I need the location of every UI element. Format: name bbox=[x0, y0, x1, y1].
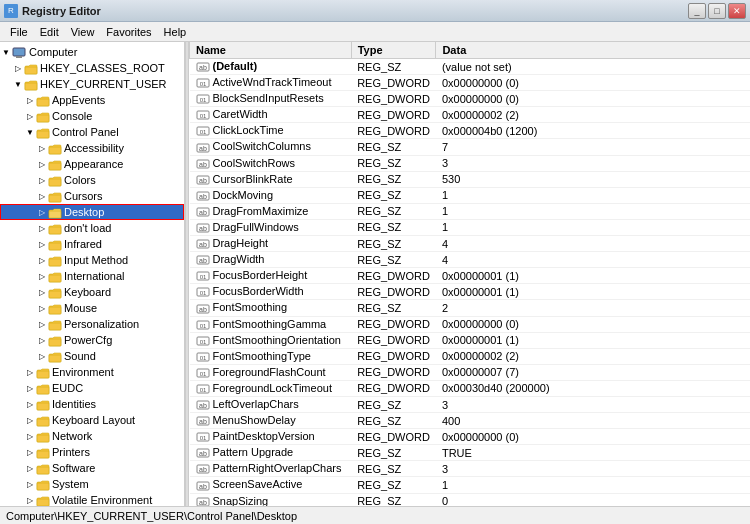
tree-label-desktop: Desktop bbox=[64, 206, 104, 218]
tree-expander-eudc[interactable]: ▷ bbox=[24, 382, 36, 394]
menu-edit[interactable]: Edit bbox=[34, 24, 65, 40]
table-row[interactable]: 01PaintDesktopVersionREG_DWORD0x00000000… bbox=[190, 429, 751, 445]
tree-expander-network[interactable]: ▷ bbox=[24, 430, 36, 442]
table-row[interactable]: abDragHeightREG_SZ4 bbox=[190, 236, 751, 252]
table-row[interactable]: abFontSmoothingREG_SZ2 bbox=[190, 300, 751, 316]
menu-help[interactable]: Help bbox=[158, 24, 193, 40]
tree-item-control_panel[interactable]: ▼Control Panel bbox=[0, 124, 184, 140]
cell-name: abDragFromMaximize bbox=[190, 203, 352, 219]
table-row[interactable]: abDragFullWindowsREG_SZ1 bbox=[190, 219, 751, 235]
tree-item-sound[interactable]: ▷Sound bbox=[0, 348, 184, 364]
table-row[interactable]: abPatternRightOverlapCharsREG_SZ3 bbox=[190, 461, 751, 477]
close-button[interactable]: ✕ bbox=[728, 3, 746, 19]
svg-text:ab: ab bbox=[199, 466, 207, 473]
tree-expander-keyboard_layout[interactable]: ▷ bbox=[24, 414, 36, 426]
maximize-button[interactable]: □ bbox=[708, 3, 726, 19]
tree-item-dont_load[interactable]: ▷don't load bbox=[0, 220, 184, 236]
tree-expander-system[interactable]: ▷ bbox=[24, 478, 36, 490]
tree-expander-volatile_environment[interactable]: ▷ bbox=[24, 494, 36, 506]
values-table[interactable]: Name Type Data ab(Default)REG_SZ(value n… bbox=[189, 42, 750, 506]
tree-expander-personalization[interactable]: ▷ bbox=[36, 318, 48, 330]
tree-expander-classes_root[interactable]: ▷ bbox=[12, 62, 24, 74]
table-row[interactable]: abLeftOverlapCharsREG_SZ3 bbox=[190, 396, 751, 412]
tree-expander-software[interactable]: ▷ bbox=[24, 462, 36, 474]
tree-item-personalization[interactable]: ▷Personalization bbox=[0, 316, 184, 332]
tree-expander-dont_load[interactable]: ▷ bbox=[36, 222, 48, 234]
table-row[interactable]: abDragFromMaximizeREG_SZ1 bbox=[190, 203, 751, 219]
menu-file[interactable]: File bbox=[4, 24, 34, 40]
tree-expander-international[interactable]: ▷ bbox=[36, 270, 48, 282]
tree-item-accessibility[interactable]: ▷Accessibility bbox=[0, 140, 184, 156]
tree-item-network[interactable]: ▷Network bbox=[0, 428, 184, 444]
tree-item-current_user[interactable]: ▼HKEY_CURRENT_USER bbox=[0, 76, 184, 92]
tree-expander-computer[interactable]: ▼ bbox=[0, 46, 12, 58]
tree-expander-mouse[interactable]: ▷ bbox=[36, 302, 48, 314]
tree-item-colors[interactable]: ▷Colors bbox=[0, 172, 184, 188]
tree-item-appearance[interactable]: ▷Appearance bbox=[0, 156, 184, 172]
tree-item-mouse[interactable]: ▷Mouse bbox=[0, 300, 184, 316]
table-row[interactable]: abMenuShowDelayREG_SZ400 bbox=[190, 413, 751, 429]
tree-item-desktop[interactable]: ▷Desktop bbox=[0, 204, 184, 220]
tree-expander-environment[interactable]: ▷ bbox=[24, 366, 36, 378]
menu-favorites[interactable]: Favorites bbox=[100, 24, 157, 40]
table-row[interactable]: 01BlockSendInputResetsREG_DWORD0x0000000… bbox=[190, 91, 751, 107]
tree-item-environment[interactable]: ▷Environment bbox=[0, 364, 184, 380]
table-row[interactable]: 01FontSmoothingOrientationREG_DWORD0x000… bbox=[190, 332, 751, 348]
tree-item-infrared[interactable]: ▷Infrared bbox=[0, 236, 184, 252]
table-row[interactable]: abCoolSwitchRowsREG_SZ3 bbox=[190, 155, 751, 171]
cell-type: REG_SZ bbox=[351, 461, 436, 477]
tree-expander-infrared[interactable]: ▷ bbox=[36, 238, 48, 250]
table-row[interactable]: 01FontSmoothingGammaREG_DWORD0x00000000 … bbox=[190, 316, 751, 332]
table-row[interactable]: abCursorBlinkRateREG_SZ530 bbox=[190, 171, 751, 187]
tree-expander-appevents[interactable]: ▷ bbox=[24, 94, 36, 106]
tree-expander-console[interactable]: ▷ bbox=[24, 110, 36, 122]
tree-item-printers[interactable]: ▷Printers bbox=[0, 444, 184, 460]
tree-item-input_method[interactable]: ▷Input Method bbox=[0, 252, 184, 268]
tree-item-keyboard[interactable]: ▷Keyboard bbox=[0, 284, 184, 300]
tree-item-volatile_environment[interactable]: ▷Volatile Environment bbox=[0, 492, 184, 506]
tree-item-keyboard_layout[interactable]: ▷Keyboard Layout bbox=[0, 412, 184, 428]
tree-item-identities[interactable]: ▷Identities bbox=[0, 396, 184, 412]
tree-expander-keyboard[interactable]: ▷ bbox=[36, 286, 48, 298]
tree-expander-accessibility[interactable]: ▷ bbox=[36, 142, 48, 154]
table-row[interactable]: abScreenSaveActiveREG_SZ1 bbox=[190, 477, 751, 493]
tree-item-powercfg[interactable]: ▷PowerCfg bbox=[0, 332, 184, 348]
tree-expander-appearance[interactable]: ▷ bbox=[36, 158, 48, 170]
tree-expander-colors[interactable]: ▷ bbox=[36, 174, 48, 186]
tree-item-international[interactable]: ▷International bbox=[0, 268, 184, 284]
table-row[interactable]: 01ClickLockTimeREG_DWORD0x000004b0 (1200… bbox=[190, 123, 751, 139]
tree-expander-identities[interactable]: ▷ bbox=[24, 398, 36, 410]
table-row[interactable]: 01FocusBorderWidthREG_DWORD0x00000001 (1… bbox=[190, 284, 751, 300]
table-row[interactable]: 01CaretWidthREG_DWORD0x00000002 (2) bbox=[190, 107, 751, 123]
tree-expander-control_panel[interactable]: ▼ bbox=[24, 126, 36, 138]
tree-item-appevents[interactable]: ▷AppEvents bbox=[0, 92, 184, 108]
tree-expander-printers[interactable]: ▷ bbox=[24, 446, 36, 458]
tree-item-system[interactable]: ▷System bbox=[0, 476, 184, 492]
table-row[interactable]: ab(Default)REG_SZ(value not set) bbox=[190, 59, 751, 75]
table-row[interactable]: 01FocusBorderHeightREG_DWORD0x00000001 (… bbox=[190, 268, 751, 284]
tree-item-computer[interactable]: ▼Computer bbox=[0, 44, 184, 60]
menu-view[interactable]: View bbox=[65, 24, 101, 40]
tree-item-software[interactable]: ▷Software bbox=[0, 460, 184, 476]
table-row[interactable]: 01ActiveWndTrackTimeoutREG_DWORD0x000000… bbox=[190, 75, 751, 91]
tree-expander-powercfg[interactable]: ▷ bbox=[36, 334, 48, 346]
table-row[interactable]: 01ForegroundLockTimeoutREG_DWORD0x00030d… bbox=[190, 380, 751, 396]
tree-panel[interactable]: ▼Computer▷HKEY_CLASSES_ROOT▼HKEY_CURRENT… bbox=[0, 42, 185, 506]
tree-item-eudc[interactable]: ▷EUDC bbox=[0, 380, 184, 396]
table-row[interactable]: 01FontSmoothingTypeREG_DWORD0x00000002 (… bbox=[190, 348, 751, 364]
tree-expander-desktop[interactable]: ▷ bbox=[36, 206, 48, 218]
table-row[interactable]: abDockMovingREG_SZ1 bbox=[190, 187, 751, 203]
tree-expander-input_method[interactable]: ▷ bbox=[36, 254, 48, 266]
table-row[interactable]: abPattern UpgradeREG_SZTRUE bbox=[190, 445, 751, 461]
table-row[interactable]: abCoolSwitchColumnsREG_SZ7 bbox=[190, 139, 751, 155]
tree-expander-sound[interactable]: ▷ bbox=[36, 350, 48, 362]
tree-expander-current_user[interactable]: ▼ bbox=[12, 78, 24, 90]
table-row[interactable]: abDragWidthREG_SZ4 bbox=[190, 252, 751, 268]
tree-item-classes_root[interactable]: ▷HKEY_CLASSES_ROOT bbox=[0, 60, 184, 76]
table-row[interactable]: 01ForegroundFlashCountREG_DWORD0x0000000… bbox=[190, 364, 751, 380]
table-row[interactable]: abSnapSizingREG_SZ0 bbox=[190, 493, 751, 506]
tree-item-console[interactable]: ▷Console bbox=[0, 108, 184, 124]
minimize-button[interactable]: _ bbox=[688, 3, 706, 19]
tree-item-cursors[interactable]: ▷Cursors bbox=[0, 188, 184, 204]
tree-expander-cursors[interactable]: ▷ bbox=[36, 190, 48, 202]
